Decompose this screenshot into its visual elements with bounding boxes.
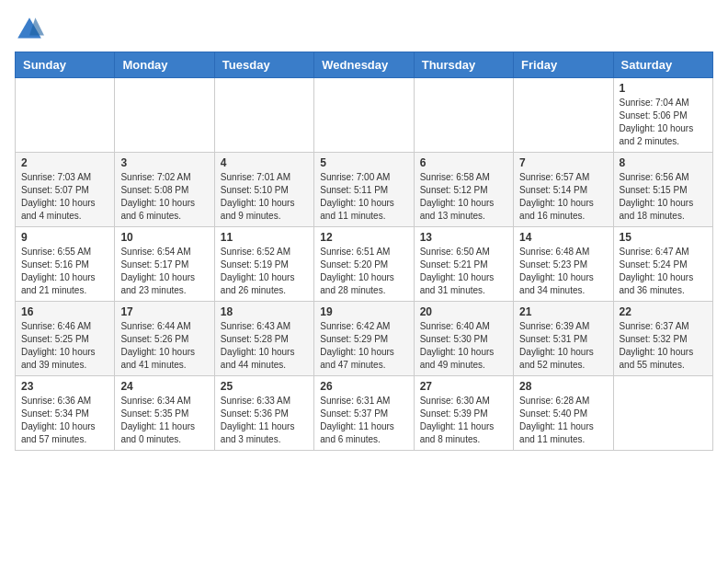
day-number: 13 (420, 231, 507, 244)
day-info: Sunrise: 6:58 AM Sunset: 5:12 PM Dayligh… (420, 171, 507, 223)
day-number: 6 (420, 156, 507, 169)
logo (15, 15, 48, 44)
calendar-cell-w0d5 (514, 78, 613, 153)
calendar-week-4: 23Sunrise: 6:36 AM Sunset: 5:34 PM Dayli… (16, 376, 713, 451)
day-number: 20 (420, 305, 507, 318)
day-info: Sunrise: 6:34 AM Sunset: 5:35 PM Dayligh… (120, 395, 208, 446)
day-info: Sunrise: 6:44 AM Sunset: 5:26 PM Dayligh… (120, 320, 208, 372)
day-info: Sunrise: 7:00 AM Sunset: 5:11 PM Dayligh… (320, 171, 407, 223)
day-info: Sunrise: 6:47 AM Sunset: 5:24 PM Dayligh… (620, 246, 707, 297)
calendar-cell-w4d2: 25Sunrise: 6:33 AM Sunset: 5:36 PM Dayli… (214, 376, 313, 451)
day-info: Sunrise: 7:04 AM Sunset: 5:06 PM Dayligh… (620, 97, 707, 148)
day-info: Sunrise: 6:48 AM Sunset: 5:23 PM Dayligh… (519, 246, 607, 297)
day-info: Sunrise: 6:36 AM Sunset: 5:34 PM Dayligh… (21, 395, 108, 446)
calendar-cell-w4d6 (613, 376, 712, 451)
day-number: 3 (120, 156, 208, 169)
weekday-header-row: SundayMondayTuesdayWednesdayThursdayFrid… (16, 52, 713, 78)
day-number: 9 (21, 231, 108, 244)
day-info: Sunrise: 6:30 AM Sunset: 5:39 PM Dayligh… (420, 395, 507, 446)
day-info: Sunrise: 6:54 AM Sunset: 5:17 PM Dayligh… (120, 246, 208, 297)
day-info: Sunrise: 6:56 AM Sunset: 5:15 PM Dayligh… (620, 171, 707, 223)
calendar-cell-w3d1: 17Sunrise: 6:44 AM Sunset: 5:26 PM Dayli… (115, 302, 214, 376)
calendar-cell-w0d1 (115, 78, 214, 153)
day-info: Sunrise: 6:55 AM Sunset: 5:16 PM Dayligh… (21, 246, 108, 297)
page-header (15, 15, 713, 44)
calendar-cell-w3d2: 18Sunrise: 6:43 AM Sunset: 5:28 PM Dayli… (214, 302, 313, 376)
calendar-cell-w0d0 (16, 78, 115, 153)
day-info: Sunrise: 6:52 AM Sunset: 5:19 PM Dayligh… (221, 246, 308, 297)
day-number: 18 (221, 305, 308, 318)
calendar-cell-w3d6: 22Sunrise: 6:37 AM Sunset: 5:32 PM Dayli… (613, 302, 712, 376)
calendar-cell-w0d6: 1Sunrise: 7:04 AM Sunset: 5:06 PM Daylig… (613, 78, 712, 153)
day-number: 4 (221, 156, 308, 169)
day-number: 19 (320, 305, 407, 318)
day-number: 12 (320, 231, 407, 244)
day-info: Sunrise: 6:31 AM Sunset: 5:37 PM Dayligh… (320, 395, 407, 446)
day-info: Sunrise: 6:37 AM Sunset: 5:32 PM Dayligh… (620, 320, 707, 372)
day-number: 8 (620, 156, 707, 169)
calendar-cell-w4d5: 28Sunrise: 6:28 AM Sunset: 5:40 PM Dayli… (514, 376, 613, 451)
calendar-cell-w1d5: 7Sunrise: 6:57 AM Sunset: 5:14 PM Daylig… (514, 153, 613, 227)
weekday-header-tuesday: Tuesday (214, 52, 313, 78)
calendar-cell-w2d6: 15Sunrise: 6:47 AM Sunset: 5:24 PM Dayli… (613, 227, 712, 302)
calendar-cell-w2d4: 13Sunrise: 6:50 AM Sunset: 5:21 PM Dayli… (414, 227, 513, 302)
calendar-cell-w3d3: 19Sunrise: 6:42 AM Sunset: 5:29 PM Dayli… (314, 302, 414, 376)
calendar-cell-w4d0: 23Sunrise: 6:36 AM Sunset: 5:34 PM Dayli… (16, 376, 115, 451)
calendar-cell-w2d0: 9Sunrise: 6:55 AM Sunset: 5:16 PM Daylig… (16, 227, 115, 302)
day-info: Sunrise: 6:57 AM Sunset: 5:14 PM Dayligh… (519, 171, 607, 223)
calendar-cell-w2d2: 11Sunrise: 6:52 AM Sunset: 5:19 PM Dayli… (214, 227, 313, 302)
calendar-cell-w4d4: 27Sunrise: 6:30 AM Sunset: 5:39 PM Dayli… (414, 376, 513, 451)
calendar-cell-w0d2 (214, 78, 313, 153)
calendar-cell-w3d0: 16Sunrise: 6:46 AM Sunset: 5:25 PM Dayli… (16, 302, 115, 376)
day-info: Sunrise: 6:50 AM Sunset: 5:21 PM Dayligh… (420, 246, 507, 297)
day-number: 5 (320, 156, 407, 169)
calendar-cell-w3d4: 20Sunrise: 6:40 AM Sunset: 5:30 PM Dayli… (414, 302, 513, 376)
weekday-header-sunday: Sunday (16, 52, 115, 78)
weekday-header-thursday: Thursday (414, 52, 513, 78)
logo-icon (15, 15, 44, 44)
day-number: 21 (519, 305, 607, 318)
day-number: 28 (519, 380, 607, 393)
day-number: 2 (21, 156, 108, 169)
day-number: 11 (221, 231, 308, 244)
calendar-cell-w4d1: 24Sunrise: 6:34 AM Sunset: 5:35 PM Dayli… (115, 376, 214, 451)
calendar-week-0: 1Sunrise: 7:04 AM Sunset: 5:06 PM Daylig… (16, 78, 713, 153)
weekday-header-monday: Monday (115, 52, 214, 78)
calendar-cell-w4d3: 26Sunrise: 6:31 AM Sunset: 5:37 PM Dayli… (314, 376, 414, 451)
day-number: 24 (120, 380, 208, 393)
calendar-cell-w1d3: 5Sunrise: 7:00 AM Sunset: 5:11 PM Daylig… (314, 153, 414, 227)
calendar-cell-w2d5: 14Sunrise: 6:48 AM Sunset: 5:23 PM Dayli… (514, 227, 613, 302)
day-number: 27 (420, 380, 507, 393)
day-number: 22 (620, 305, 707, 318)
calendar-cell-w1d2: 4Sunrise: 7:01 AM Sunset: 5:10 PM Daylig… (214, 153, 313, 227)
calendar-table: SundayMondayTuesdayWednesdayThursdayFrid… (15, 52, 713, 451)
day-info: Sunrise: 6:51 AM Sunset: 5:20 PM Dayligh… (320, 246, 407, 297)
calendar-cell-w1d4: 6Sunrise: 6:58 AM Sunset: 5:12 PM Daylig… (414, 153, 513, 227)
day-number: 23 (21, 380, 108, 393)
calendar-week-3: 16Sunrise: 6:46 AM Sunset: 5:25 PM Dayli… (16, 302, 713, 376)
weekday-header-friday: Friday (514, 52, 613, 78)
day-number: 14 (519, 231, 607, 244)
day-info: Sunrise: 6:28 AM Sunset: 5:40 PM Dayligh… (519, 395, 607, 446)
calendar-cell-w3d5: 21Sunrise: 6:39 AM Sunset: 5:31 PM Dayli… (514, 302, 613, 376)
calendar-cell-w1d6: 8Sunrise: 6:56 AM Sunset: 5:15 PM Daylig… (613, 153, 712, 227)
day-info: Sunrise: 6:39 AM Sunset: 5:31 PM Dayligh… (519, 320, 607, 372)
calendar-cell-w1d1: 3Sunrise: 7:02 AM Sunset: 5:08 PM Daylig… (115, 153, 214, 227)
calendar-week-1: 2Sunrise: 7:03 AM Sunset: 5:07 PM Daylig… (16, 153, 713, 227)
day-info: Sunrise: 6:42 AM Sunset: 5:29 PM Dayligh… (320, 320, 407, 372)
calendar-cell-w1d0: 2Sunrise: 7:03 AM Sunset: 5:07 PM Daylig… (16, 153, 115, 227)
calendar-cell-w0d3 (314, 78, 414, 153)
day-number: 7 (519, 156, 607, 169)
day-number: 25 (221, 380, 308, 393)
day-info: Sunrise: 6:46 AM Sunset: 5:25 PM Dayligh… (21, 320, 108, 372)
calendar-cell-w0d4 (414, 78, 513, 153)
calendar-week-2: 9Sunrise: 6:55 AM Sunset: 5:16 PM Daylig… (16, 227, 713, 302)
day-number: 15 (620, 231, 707, 244)
day-info: Sunrise: 6:33 AM Sunset: 5:36 PM Dayligh… (221, 395, 308, 446)
calendar-cell-w2d3: 12Sunrise: 6:51 AM Sunset: 5:20 PM Dayli… (314, 227, 414, 302)
calendar-header: SundayMondayTuesdayWednesdayThursdayFrid… (16, 52, 713, 78)
day-number: 26 (320, 380, 407, 393)
day-number: 10 (120, 231, 208, 244)
day-number: 16 (21, 305, 108, 318)
weekday-header-saturday: Saturday (613, 52, 712, 78)
